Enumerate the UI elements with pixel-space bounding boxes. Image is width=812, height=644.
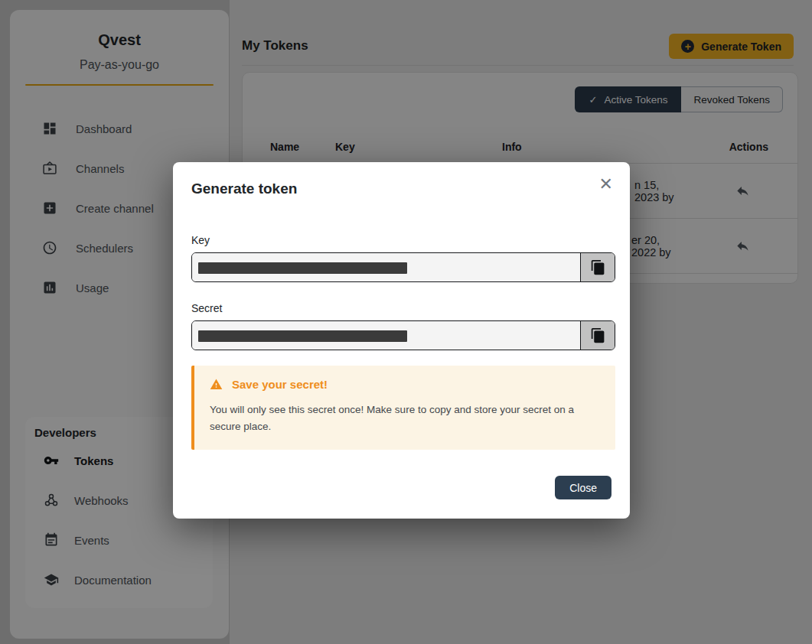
redacted-secret-value <box>198 330 407 342</box>
close-icon[interactable]: ✕ <box>599 176 613 193</box>
copy-icon <box>590 259 606 275</box>
warning-triangle-icon <box>210 378 223 391</box>
secret-label: Secret <box>191 302 611 314</box>
copy-key-button[interactable] <box>580 253 615 281</box>
secret-input-group <box>191 320 615 350</box>
key-input-group <box>191 252 615 282</box>
generate-token-modal: Generate token ✕ Key Secret Save your se… <box>173 162 630 519</box>
warning-body: You will only see this secret once! Make… <box>210 402 595 434</box>
close-button[interactable]: Close <box>555 476 611 499</box>
warning-title: Save your secret! <box>232 378 328 391</box>
modal-title: Generate token <box>191 181 611 197</box>
copy-icon <box>590 327 606 343</box>
secret-input[interactable] <box>192 321 580 350</box>
key-label: Key <box>191 234 611 246</box>
redacted-key-value <box>198 262 407 274</box>
key-input[interactable] <box>192 253 580 281</box>
save-secret-warning: Save your secret! You will only see this… <box>191 366 615 450</box>
copy-secret-button[interactable] <box>580 321 615 350</box>
